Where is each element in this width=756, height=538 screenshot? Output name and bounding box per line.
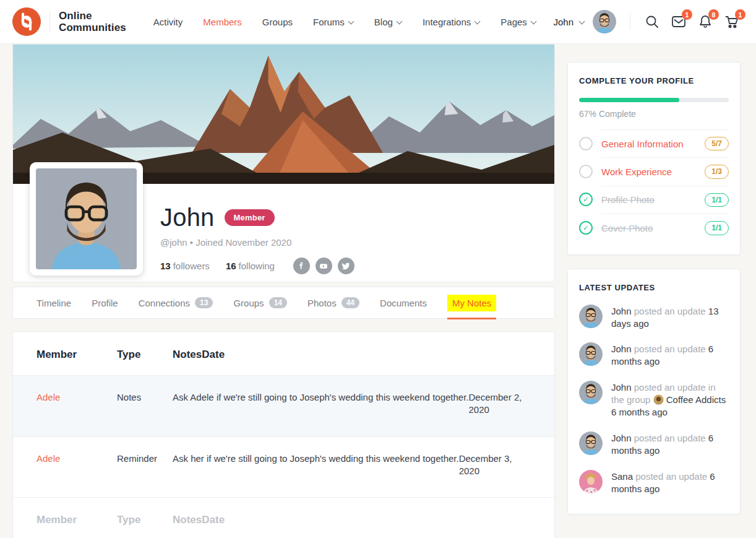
user-menu-name: John [553, 17, 573, 27]
tab-groups[interactable]: Groups 14 [233, 287, 287, 319]
follow-counts: 13followers 16following [160, 258, 536, 274]
facebook-icon[interactable] [293, 258, 310, 274]
nav-item-groups[interactable]: Groups [262, 17, 293, 27]
tab-label: Profile [92, 298, 118, 308]
profile-name: John [160, 204, 215, 232]
nav-item-label: Activity [153, 17, 183, 27]
messages-button[interactable]: 1 [671, 14, 687, 30]
note-type: Reminder [117, 437, 173, 498]
nav-item-label: Members [203, 17, 242, 27]
completion-item-link[interactable]: Work Experience [601, 167, 672, 177]
note-date: December 3, 2020 [459, 437, 518, 498]
avatar[interactable] [579, 381, 603, 404]
note-type: Notes [117, 376, 173, 436]
cart-button[interactable]: 1 [724, 14, 740, 30]
update-text: John posted an update in the group Coffe… [611, 381, 729, 419]
tab-timeline[interactable]: Timeline [37, 287, 71, 319]
note-text: Ask Adele if we're still going to Joseph… [173, 376, 469, 436]
nav-item-members[interactable]: Members [203, 17, 242, 27]
profile-completion-item: ✓ Profile Photo 1/1 [579, 186, 729, 214]
avatar[interactable] [579, 305, 603, 328]
completion-item-link[interactable]: Profile Photo [601, 194, 655, 205]
chevron-down-icon [531, 19, 536, 25]
profile-header-card: John Member @john • Joined November 2020… [12, 44, 555, 282]
nav-item-label: Forums [313, 17, 345, 27]
tab-photos[interactable]: Photos 44 [307, 287, 359, 319]
nav-item-pages[interactable]: Pages [500, 17, 536, 27]
completion-status-icon: ✓ [579, 165, 593, 178]
column-header-notes: Notes [173, 498, 202, 538]
site-title: Online Communities [59, 10, 126, 33]
completion-progress-badge: 1/3 [705, 165, 729, 178]
update-user-link[interactable]: Sana [611, 471, 633, 482]
column-header-notes: Notes [173, 332, 202, 375]
nav-item-activity[interactable]: Activity [153, 17, 183, 27]
completion-item-link[interactable]: General Information [601, 139, 684, 149]
update-group-link[interactable]: Coffee Addicts [666, 394, 726, 405]
update-item: Sana posted an update 6 months ago [579, 470, 729, 495]
completion-status-icon: ✓ [579, 193, 593, 206]
member-link[interactable]: Adele [37, 392, 60, 402]
search-button[interactable] [644, 14, 660, 30]
column-header-member: Member [37, 332, 117, 375]
update-user-link[interactable]: John [611, 344, 632, 354]
notifications-button[interactable]: 8 [697, 14, 713, 30]
notes-table-row: Adele Notes Ask Adele if we're still goi… [13, 376, 554, 436]
tab-label: My Notes [447, 295, 496, 311]
member-link[interactable]: Adele [37, 453, 60, 464]
update-item: John posted an update 6 months ago [579, 432, 729, 457]
cart-count-badge: 1 [735, 9, 745, 20]
messages-count-badge: 1 [682, 9, 692, 20]
social-links [293, 258, 354, 274]
latest-updates-widget: LATEST UPDATES John posted an update 13 … [567, 269, 741, 514]
update-text: John posted an update 6 months ago [611, 432, 729, 457]
tab-profile[interactable]: Profile [92, 287, 118, 319]
user-menu[interactable]: John [553, 10, 616, 33]
updates-list: John posted an update 13 days ago John p… [579, 305, 729, 495]
chevron-down-icon [579, 19, 585, 25]
update-user-link[interactable]: John [611, 382, 632, 393]
site-logo[interactable]: Online Communities [12, 7, 126, 36]
avatar[interactable] [593, 10, 616, 33]
youtube-icon[interactable] [316, 258, 332, 274]
profile-progress-fill [579, 98, 679, 102]
twitter-icon[interactable] [338, 258, 354, 274]
nav-item-integrations[interactable]: Integrations [423, 17, 480, 27]
completion-status-icon: ✓ [579, 221, 593, 235]
profile-progress-bar [579, 98, 729, 102]
nav-item-blog[interactable]: Blog [374, 17, 402, 27]
avatar[interactable] [579, 342, 603, 366]
nav-item-forums[interactable]: Forums [313, 17, 354, 27]
avatar[interactable] [579, 432, 603, 455]
completion-item-link[interactable]: Cover Photo [601, 223, 653, 233]
notes-table-body: Adele Notes Ask Adele if we're still goi… [13, 376, 554, 497]
tab-label: Groups [233, 298, 264, 308]
profile-completion-item: ✓ General Information 5/7 [579, 129, 729, 157]
tab-label: Connections [139, 298, 190, 308]
update-item: John posted an update 13 days ago [579, 305, 729, 330]
search-icon [645, 14, 659, 29]
tab-label: Photos [307, 298, 337, 308]
chevron-down-icon [348, 19, 354, 25]
column-header-date: Date [202, 332, 261, 375]
tab-label: Timeline [37, 298, 71, 308]
widget-title: COMPLETE YOUR PROFILE [579, 76, 729, 85]
tab-my-notes[interactable]: My Notes [447, 287, 496, 319]
profile-avatar [36, 168, 137, 269]
notes-table-row: Adele Reminder Ask her if we're still go… [13, 436, 554, 498]
update-user-link[interactable]: John [611, 433, 632, 443]
profile-tabs: Timeline Profile Connections 13 Groups 1… [12, 287, 555, 319]
nav-item-label: Integrations [423, 17, 471, 27]
main-content: John Member @john • Joined November 2020… [12, 44, 555, 538]
completion-status-icon: ✓ [579, 137, 593, 150]
avatar[interactable] [579, 470, 603, 493]
completion-items-list: ✓ General Information 5/7 ✓ Work Experie… [579, 129, 729, 242]
tab-count-badge: 44 [341, 297, 359, 308]
tab-connections[interactable]: Connections 13 [139, 287, 213, 319]
tab-count-badge: 14 [269, 297, 287, 308]
widget-title: LATEST UPDATES [579, 283, 729, 292]
column-header-member: Member [37, 498, 117, 538]
tab-documents[interactable]: Documents [380, 287, 427, 319]
update-user-link[interactable]: John [611, 306, 632, 316]
profile-meta: @john • Joined November 2020 [160, 237, 536, 248]
